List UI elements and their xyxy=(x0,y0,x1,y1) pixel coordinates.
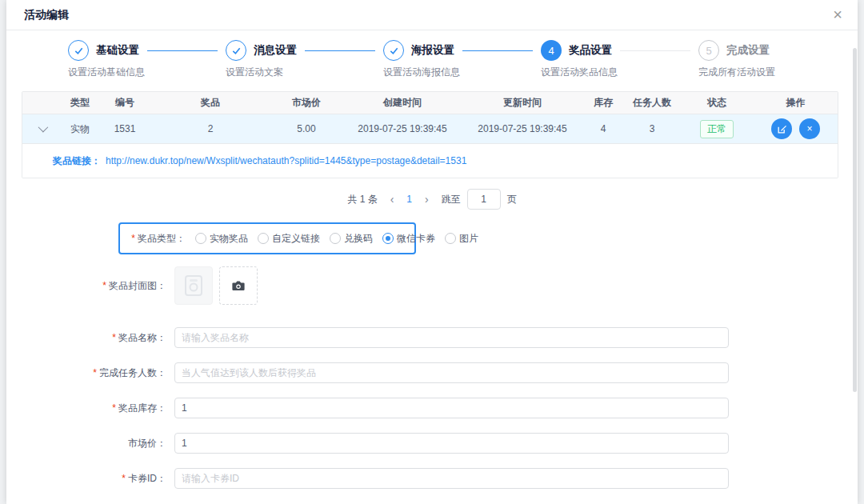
table-header-row: 类型 编号 奖品 市场价 创建时间 更新时间 库存 任务人数 状态 操作 xyxy=(22,92,838,114)
scrollbar[interactable] xyxy=(853,48,857,392)
column-header-status: 状态 xyxy=(680,96,754,110)
step-title: 基础设置 xyxy=(96,43,139,58)
radio-custom-link[interactable]: 自定义链接 xyxy=(258,232,320,246)
task-people-row: *完成任务人数： xyxy=(6,362,858,383)
step-check-icon xyxy=(68,40,89,61)
market-price-row: 市场价： xyxy=(6,433,858,454)
cell-prize: 2 xyxy=(150,123,270,134)
prize-table: 类型 编号 奖品 市场价 创建时间 更新时间 库存 任务人数 状态 操作 实物 … xyxy=(22,91,838,178)
column-header-prize: 奖品 xyxy=(150,96,270,110)
prize-link[interactable]: http://new.dukr.top/new/Wxsplit/wechatau… xyxy=(106,155,466,166)
step-subtitle: 设置活动文案 xyxy=(226,66,383,79)
table-row: 实物 1531 2 5.00 2019-07-25 19:39:45 2019-… xyxy=(22,114,838,144)
prize-stock-row: *奖品库存： xyxy=(6,398,858,418)
total-count: 共 1 条 xyxy=(347,193,377,206)
step-subtitle: 完成所有活动设置 xyxy=(698,66,856,79)
dialog-title: 活动编辑 xyxy=(24,8,69,22)
pagination: 共 1 条 ‹ 1 › 跳至 页 xyxy=(6,189,858,210)
step-check-icon xyxy=(383,40,404,61)
step-title: 奖品设置 xyxy=(569,43,612,58)
prize-form: *奖品类型： 实物奖品 自定义链接 兑换码 微信卡券 图片 xyxy=(6,222,858,503)
next-page-icon[interactable]: › xyxy=(423,193,430,206)
radio-label: 实物奖品 xyxy=(210,232,248,246)
prize-name-input[interactable] xyxy=(174,327,729,348)
card-id-input[interactable] xyxy=(174,468,729,489)
radio-redeem-code[interactable]: 兑换码 xyxy=(330,232,373,246)
column-header-created: 创建时间 xyxy=(342,96,462,110)
step-connector xyxy=(147,50,218,51)
step-poster-settings: 海报设置 设置活动海报信息 xyxy=(383,40,541,80)
camera-icon xyxy=(232,280,245,291)
cell-task-people: 3 xyxy=(624,123,680,134)
step-basic-settings: 基础设置 设置活动基础信息 xyxy=(68,40,226,80)
required-mark: * xyxy=(131,233,135,244)
cell-type: 实物 xyxy=(61,122,99,136)
page-number[interactable]: 1 xyxy=(406,194,412,205)
column-header-task-people: 任务人数 xyxy=(624,96,680,110)
cell-stock: 4 xyxy=(582,123,624,134)
step-connector xyxy=(462,50,533,51)
prize-link-label: 奖品链接： xyxy=(53,154,101,168)
page-unit-label: 页 xyxy=(507,193,517,206)
close-icon[interactable]: × xyxy=(829,6,846,24)
jump-page-input[interactable] xyxy=(467,189,501,210)
cover-image-row: *奖品封面图： xyxy=(6,266,858,305)
column-header-updated: 更新时间 xyxy=(462,96,582,110)
step-finish-settings: 5 完成设置 完成所有活动设置 xyxy=(698,40,856,80)
step-number-badge: 4 xyxy=(541,40,562,61)
step-check-icon xyxy=(226,40,246,61)
cover-image-thumbnail[interactable] xyxy=(174,266,213,305)
step-subtitle: 设置活动基础信息 xyxy=(68,66,226,79)
card-id-row: *卡券ID： xyxy=(6,468,858,489)
radio-label: 自定义链接 xyxy=(272,232,320,246)
step-connector xyxy=(305,50,375,51)
cell-id: 1531 xyxy=(99,123,150,134)
prev-page-icon[interactable]: ‹ xyxy=(389,193,396,206)
prize-name-row: *奖品名称： xyxy=(6,327,858,348)
status-badge: 正常 xyxy=(700,120,734,138)
column-header-id: 编号 xyxy=(99,96,150,110)
radio-label: 兑换码 xyxy=(344,232,373,246)
step-subtitle: 设置活动海报信息 xyxy=(383,66,541,79)
radio-icon xyxy=(195,233,206,244)
cell-market-price: 5.00 xyxy=(270,123,342,134)
cell-updated: 2019-07-25 19:39:45 xyxy=(462,123,582,134)
radio-icon xyxy=(445,233,456,244)
radio-icon xyxy=(330,233,341,244)
upload-image-button[interactable] xyxy=(219,266,258,305)
task-people-input[interactable] xyxy=(174,362,729,383)
column-header-type: 类型 xyxy=(61,96,99,110)
card-id-label: *卡券ID： xyxy=(6,472,174,486)
task-people-label: *完成任务人数： xyxy=(6,366,174,380)
radio-physical-prize[interactable]: 实物奖品 xyxy=(195,232,248,246)
column-header-market-price: 市场价 xyxy=(270,96,342,110)
radio-icon xyxy=(258,233,269,244)
radio-label: 微信卡券 xyxy=(397,232,435,246)
step-message-settings: 消息设置 设置活动文案 xyxy=(226,40,383,80)
close-icon: × xyxy=(806,124,812,134)
radio-image[interactable]: 图片 xyxy=(445,232,478,246)
market-price-label: 市场价： xyxy=(6,437,174,450)
radio-wechat-card[interactable]: 微信卡券 xyxy=(382,232,435,246)
prize-type-label: *奖品类型： xyxy=(128,232,186,246)
step-number-badge: 5 xyxy=(698,40,719,61)
chevron-down-icon[interactable] xyxy=(38,123,48,132)
step-subtitle: 设置活动奖品信息 xyxy=(541,66,698,79)
jump-label: 跳至 xyxy=(442,193,461,206)
delete-button[interactable]: × xyxy=(799,118,820,139)
image-placeholder-icon xyxy=(180,272,207,299)
cell-created: 2019-07-25 19:39:45 xyxy=(342,123,462,134)
edit-icon xyxy=(777,124,787,134)
prize-type-group: *奖品类型： 实物奖品 自定义链接 兑换码 微信卡券 图片 xyxy=(118,222,416,254)
radio-checked-icon xyxy=(382,233,394,244)
step-title: 海报设置 xyxy=(411,43,454,58)
step-connector xyxy=(620,50,690,51)
step-prize-settings: 4 奖品设置 设置活动奖品信息 xyxy=(541,40,698,80)
prize-link-row: 奖品链接： http://new.dukr.top/new/Wxsplit/we… xyxy=(22,144,838,178)
prize-stock-input[interactable] xyxy=(174,398,729,418)
activity-edit-dialog: 活动编辑 × 基础设置 设置活动基础信息 消息设置 设置活动文案 xyxy=(6,0,858,504)
step-title: 消息设置 xyxy=(254,43,297,58)
market-price-input[interactable] xyxy=(174,433,729,454)
edit-button[interactable] xyxy=(771,118,792,139)
prize-name-label: *奖品名称： xyxy=(6,331,174,345)
